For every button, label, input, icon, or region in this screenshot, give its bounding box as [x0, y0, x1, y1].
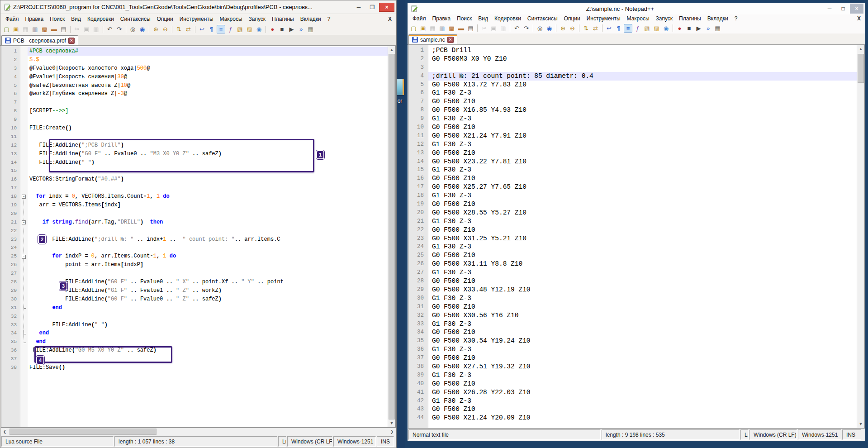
copy-icon[interactable]: ▣ [82, 25, 91, 33]
run-macro-multiple-icon[interactable]: » [297, 25, 305, 33]
menu-item-help[interactable]: ? [731, 14, 741, 23]
redo-icon[interactable]: ↷ [522, 24, 531, 33]
left-close-button[interactable]: × [379, 3, 394, 12]
save-all-icon[interactable]: ▩ [40, 25, 49, 33]
zoom-out-icon[interactable]: ⊖ [161, 25, 170, 33]
scroll-down-arrow-icon[interactable]: ▼ [857, 420, 864, 428]
document-map-icon[interactable]: ▧ [236, 25, 244, 33]
word-wrap-icon[interactable]: ↩ [605, 24, 613, 33]
menu-item-view[interactable]: Вид [475, 14, 491, 23]
left-horizontal-scrollbar[interactable]: ❮ ❯ [1, 428, 396, 435]
left-titlebar[interactable]: Z:\PROJECTS\0060_program for CNC\001_Too… [0, 0, 396, 14]
record-macro-icon[interactable]: ● [268, 25, 277, 33]
right-menu-close-button[interactable]: X [857, 15, 861, 22]
function-list-icon[interactable]: ƒ [633, 24, 642, 33]
menu-item-edit[interactable]: Правка [22, 15, 47, 23]
left-editor[interactable]: 1234567891011121314151617181920212223242… [1, 46, 396, 428]
left-minimize-button[interactable]: ─ [352, 3, 365, 12]
zoom-in-icon[interactable]: ⊕ [559, 24, 567, 33]
paste-icon[interactable]: ▥ [499, 24, 508, 33]
menu-item-edit[interactable]: Правка [429, 14, 454, 23]
menu-item-plugins[interactable]: Плагины [676, 14, 704, 23]
sync-horizontal-icon[interactable]: ⇄ [591, 24, 600, 33]
menu-item-file[interactable]: Файл [409, 14, 429, 23]
find-icon[interactable]: ◎ [536, 24, 544, 33]
right-titlebar[interactable]: Z:\sample.nc - Notepad++ ─ □ × [408, 3, 865, 14]
scroll-up-arrow-icon[interactable]: ▲ [857, 45, 864, 53]
play-macro-icon[interactable]: ▶ [287, 25, 296, 33]
menu-item-plugins[interactable]: Плагины [269, 15, 297, 23]
menu-item-encoding[interactable]: Кодировки [84, 15, 117, 23]
document-map-icon[interactable]: ▧ [643, 24, 651, 33]
close-file-icon[interactable]: ▬ [457, 24, 465, 33]
save-all-icon[interactable]: ▩ [447, 24, 456, 33]
fold-collapse-icon[interactable]: − [22, 220, 26, 224]
cut-icon[interactable]: ✂ [480, 24, 489, 33]
macro-save-icon[interactable]: ▦ [306, 25, 315, 33]
menu-item-options[interactable]: Опции [561, 14, 583, 23]
hscroll-thumb[interactable] [9, 429, 157, 435]
undo-icon[interactable]: ↶ [105, 25, 114, 33]
open-folder-icon[interactable]: ▣ [12, 25, 20, 33]
sync-vertical-icon[interactable]: ⇅ [175, 25, 183, 33]
menu-item-macros[interactable]: Макросы [217, 15, 246, 23]
macro-save-icon[interactable]: ▦ [713, 24, 722, 33]
zoom-out-icon[interactable]: ⊖ [568, 24, 577, 33]
stop-macro-icon[interactable]: ■ [685, 24, 693, 33]
fold-margin[interactable]: −−− [20, 46, 28, 427]
scroll-down-arrow-icon[interactable]: ▼ [388, 419, 395, 427]
right-tab-sample-nc[interactable]: sample.nc × [408, 34, 457, 44]
save-icon[interactable]: ▦ [428, 24, 437, 33]
save-copy-icon[interactable]: ▥ [438, 24, 446, 33]
status-encoding[interactable]: Windows-1251 [798, 429, 841, 440]
indent-guide-icon[interactable]: ≡ [217, 25, 225, 33]
indent-guide-icon[interactable]: ≡ [624, 24, 632, 33]
monitoring-eye-icon[interactable]: ◉ [662, 24, 670, 33]
right-editor[interactable]: 1234567891011121314151617181920212223242… [408, 45, 865, 429]
menu-item-macros[interactable]: Макросы [624, 14, 653, 23]
menu-item-tools[interactable]: Инструменты [583, 14, 624, 23]
left-maximize-button[interactable]: ❐ [365, 3, 379, 12]
left-menu-close-button[interactable]: X [388, 16, 392, 22]
desktop-shortcut-icon[interactable] [396, 79, 404, 95]
new-file-icon[interactable]: ▢ [409, 24, 418, 33]
scroll-right-arrow-icon[interactable]: ❯ [388, 428, 396, 435]
play-macro-icon[interactable]: ▶ [694, 24, 703, 33]
new-file-icon[interactable]: ▢ [2, 25, 11, 33]
paste-icon[interactable]: ▥ [92, 25, 100, 33]
save-icon[interactable]: ▦ [21, 25, 30, 33]
status-insert-mode[interactable]: INS [842, 429, 861, 440]
resize-grip[interactable] [862, 429, 868, 440]
find-icon[interactable]: ◎ [128, 25, 137, 33]
menu-item-help[interactable]: ? [324, 15, 334, 23]
replace-icon[interactable]: ◉ [545, 24, 554, 33]
menu-item-syntax[interactable]: Синтаксисы [117, 15, 154, 23]
print-icon[interactable]: ▤ [59, 25, 68, 33]
show-all-characters-icon[interactable]: ¶ [614, 24, 623, 33]
status-encoding[interactable]: Windows-1251 [333, 436, 376, 447]
right-close-button[interactable]: × [850, 4, 863, 14]
menu-item-tabs[interactable]: Вкладки [704, 14, 731, 23]
vertical-scrollbar[interactable]: ▲▼ [857, 45, 864, 428]
undo-icon[interactable]: ↶ [512, 24, 521, 33]
zoom-in-icon[interactable]: ⊕ [152, 25, 160, 33]
menu-item-syntax[interactable]: Синтаксисы [524, 14, 561, 23]
function-list-icon[interactable]: ƒ [226, 25, 235, 33]
close-file-icon[interactable]: ▬ [50, 25, 58, 33]
folder-as-workspace-icon[interactable]: ▨ [652, 24, 661, 33]
open-folder-icon[interactable]: ▣ [419, 24, 427, 33]
code-text-area[interactable]: ;PCB DrillG0 F500M3 X0 Y0 Z10;drill №: 2… [428, 45, 857, 428]
right-minimize-button[interactable]: ─ [823, 4, 836, 13]
menu-item-view[interactable]: Вид [68, 15, 84, 23]
sync-vertical-icon[interactable]: ⇅ [582, 24, 590, 33]
status-insert-mode[interactable]: INS [377, 436, 394, 447]
menu-item-tools[interactable]: Инструменты [176, 15, 217, 23]
status-eol-format[interactable]: Windows (CR LF) [287, 436, 332, 447]
record-macro-icon[interactable]: ● [675, 24, 684, 33]
scroll-left-arrow-icon[interactable]: ❮ [1, 428, 9, 435]
menu-item-run[interactable]: Запуск [653, 14, 676, 23]
menu-item-tabs[interactable]: Вкладки [297, 15, 324, 23]
left-tab-pcb-profile[interactable]: PCB - сверловка.prof × [1, 35, 78, 45]
print-icon[interactable]: ▤ [466, 24, 475, 33]
right-tab-close-icon[interactable]: × [447, 37, 454, 43]
